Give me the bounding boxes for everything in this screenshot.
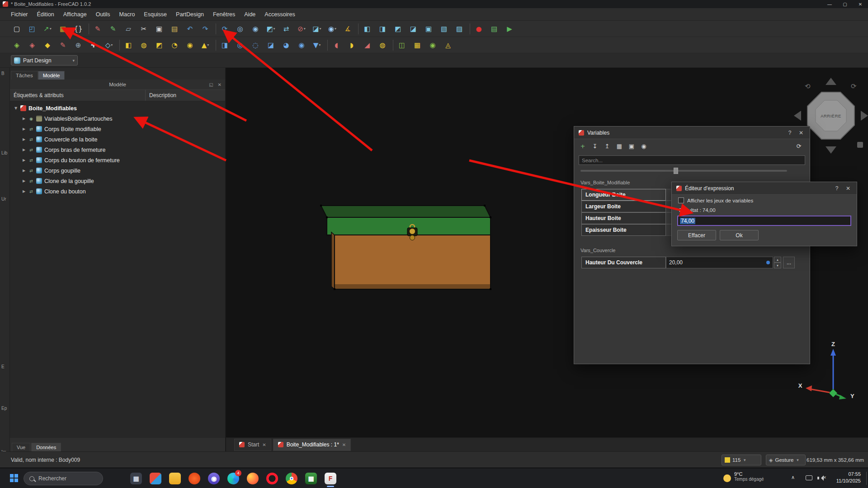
navigation-style-selector[interactable]: ◈ Gesture ▼: [766, 455, 806, 465]
paste-icon[interactable]: ▤: [169, 23, 180, 35]
measure-icon[interactable]: ∡: [342, 23, 354, 35]
box-model[interactable]: [320, 205, 491, 290]
desktop-app-icon[interactable]: ▦: [130, 471, 142, 486]
column-labels[interactable]: Étiquettes & attributs: [10, 90, 146, 101]
help-button[interactable]: ?: [833, 185, 841, 192]
menu-edition[interactable]: Édition: [33, 8, 59, 21]
variable-name[interactable]: Largeur Boite: [581, 201, 666, 212]
green-app-icon[interactable]: ▦: [305, 471, 317, 486]
copy-icon[interactable]: ▣: [153, 23, 165, 35]
multitransform-icon[interactable]: ◬: [442, 39, 454, 51]
menu-aide[interactable]: Aide: [240, 8, 260, 21]
ok-button[interactable]: Ok: [720, 230, 759, 240]
sketch-edit-icon[interactable]: ✎: [107, 23, 119, 35]
new-document-icon[interactable]: ▢: [11, 23, 23, 35]
checkbox[interactable]: [678, 197, 684, 203]
display-tray-icon[interactable]: [806, 475, 812, 480]
sync-view-icon[interactable]: ⇄: [280, 23, 292, 35]
tab-document[interactable]: Boite_Modifiables : 1* ✕: [273, 439, 351, 451]
more-options-button[interactable]: ...: [783, 257, 795, 268]
export-icon[interactable]: ↗▾: [42, 23, 53, 35]
view-isometric-icon[interactable]: ◩▾: [265, 23, 277, 35]
cube-arrow-left[interactable]: [794, 111, 801, 121]
opera-icon[interactable]: [266, 471, 278, 486]
expression-input[interactable]: 74,00: [677, 216, 851, 226]
expression-dialog-titlebar[interactable]: Éditeur d'expression ? ✕: [672, 182, 857, 195]
variable-name[interactable]: Longueur Boite: [581, 189, 666, 201]
help-button[interactable]: ?: [786, 130, 794, 136]
tree-item-variables[interactable]: ▶ ◉ VariablesBoitierCartouches: [10, 113, 225, 124]
variable-name[interactable]: Hauteur Boite: [581, 212, 666, 224]
menu-accessoires[interactable]: Accessoires: [260, 8, 299, 21]
chamfer-icon[interactable]: ◗: [346, 39, 358, 51]
tab-donnees[interactable]: Données: [31, 443, 61, 451]
variables-grid-icon[interactable]: ▦: [57, 23, 69, 35]
expand-arrow-icon[interactable]: ▶: [22, 169, 26, 173]
hole-icon[interactable]: ◎: [234, 39, 246, 51]
cut-icon[interactable]: ✂: [138, 23, 150, 35]
mini-cube-icon[interactable]: [857, 142, 863, 148]
view-right-icon[interactable]: ◩: [392, 23, 404, 35]
create-sketch-icon[interactable]: ✎: [57, 39, 69, 51]
variable-value-field[interactable]: 20,00: [666, 257, 773, 268]
export-icon[interactable]: ↥: [602, 141, 612, 151]
close-panel-icon[interactable]: ✕: [218, 82, 222, 87]
view-top-icon[interactable]: ◨: [377, 23, 388, 35]
view-left-icon[interactable]: ▧: [438, 23, 450, 35]
datum-plane-icon[interactable]: ◇▾: [103, 39, 115, 51]
expand-arrow-icon[interactable]: ▶: [22, 179, 26, 183]
tree-item-body[interactable]: ▶ ⇄ Corps goupille: [10, 165, 225, 176]
draft-icon[interactable]: ◢: [361, 39, 373, 51]
migrate-icon[interactable]: ◈: [26, 39, 38, 51]
variables-filter-slider[interactable]: [580, 170, 787, 172]
duplicate-icon[interactable]: ▣: [627, 141, 637, 151]
sketch-new-icon[interactable]: ✎: [92, 23, 104, 35]
subtractive-primitives-icon[interactable]: ▼▾: [311, 39, 323, 51]
table-icon[interactable]: ▦: [614, 141, 624, 151]
menu-fenetres[interactable]: Fenêtres: [208, 8, 240, 21]
undo-icon[interactable]: ↶: [184, 23, 196, 35]
attach-icon[interactable]: ⊕: [72, 39, 84, 51]
visibility-icon[interactable]: ◉: [639, 141, 649, 151]
firefox-icon[interactable]: [247, 471, 259, 486]
zoom-region-icon[interactable]: ◉: [250, 23, 261, 35]
start-button[interactable]: [10, 474, 18, 482]
close-tab-icon[interactable]: ✕: [262, 442, 266, 447]
activate-body-icon[interactable]: ◈: [11, 39, 23, 51]
rotate-cw-icon[interactable]: ⟳: [851, 82, 857, 90]
record-macro-icon[interactable]: ●: [473, 23, 485, 35]
maps-icon[interactable]: ◉: [208, 471, 220, 486]
cube-arrow-down[interactable]: [826, 146, 836, 154]
maximize-button[interactable]: ▢: [837, 0, 853, 8]
sketch-map-icon[interactable]: ▱: [123, 23, 134, 35]
spin-down-icon[interactable]: ▼: [774, 263, 781, 268]
file-explorer-icon[interactable]: [169, 471, 181, 486]
menu-esquisse[interactable]: Esquisse: [139, 8, 171, 21]
tab-modele[interactable]: Modèle: [38, 71, 65, 80]
expand-arrow-icon[interactable]: ▶: [22, 158, 26, 162]
additive-pipe-icon[interactable]: ◔: [169, 39, 180, 51]
clear-button[interactable]: Effacer: [677, 230, 716, 240]
show-desktop-button[interactable]: [866, 472, 867, 485]
workbench-selector[interactable]: Part Design ▾: [11, 55, 78, 66]
tray-expand-icon[interactable]: ∧: [791, 474, 795, 480]
expand-arrow-icon[interactable]: ▶: [22, 127, 26, 131]
view-bottom-icon[interactable]: ▣: [423, 23, 434, 35]
refresh-apply-icon[interactable]: ⟳: [794, 141, 804, 151]
groove-icon[interactable]: ◌: [250, 39, 261, 51]
subtractive-pipe-icon[interactable]: ◕: [280, 39, 292, 51]
weather-icon[interactable]: [723, 474, 731, 482]
menu-outils[interactable]: Outils: [91, 8, 115, 21]
expand-arrow-icon[interactable]: ▶: [22, 189, 26, 193]
close-button[interactable]: ✕: [853, 0, 868, 8]
expand-arrow-icon[interactable]: ▼: [14, 106, 18, 110]
tree-item-body[interactable]: ▶ ⇄ Clone de la goupille: [10, 176, 225, 186]
create-body-icon[interactable]: ◆: [42, 39, 53, 51]
search-input[interactable]: [38, 475, 93, 482]
close-tab-icon[interactable]: ✕: [342, 442, 346, 447]
column-description[interactable]: Description: [146, 90, 225, 101]
clock[interactable]: 07:55 11/10/2025: [836, 471, 861, 484]
tree-item-body[interactable]: ▶ ⇄ Corps du bouton de fermeture: [10, 155, 225, 165]
import-icon[interactable]: ↧: [590, 141, 600, 151]
execute-macro-icon[interactable]: ▶: [504, 23, 515, 35]
